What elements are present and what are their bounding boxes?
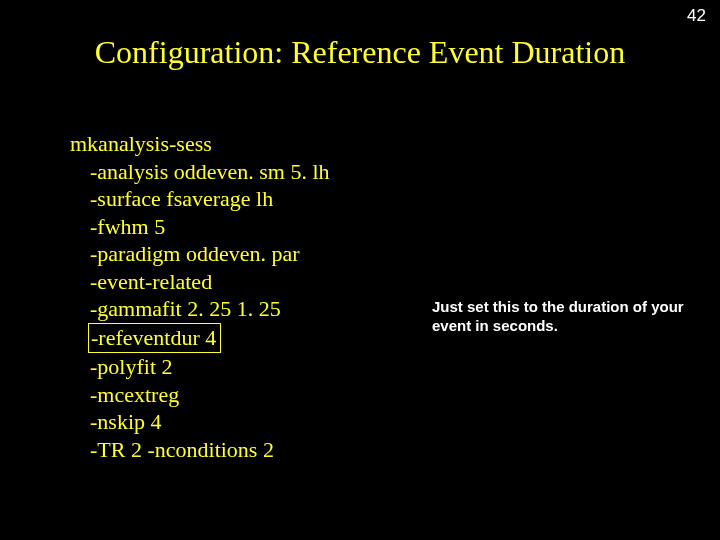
command-arg: -polyfit 2 [70, 353, 330, 381]
command-arg: -analysis oddeven. sm 5. lh [70, 158, 330, 186]
command-arg: -event-related [70, 268, 330, 296]
page-number: 42 [687, 6, 706, 26]
slide-title: Configuration: Reference Event Duration [0, 34, 720, 71]
command-arg: -TR 2 -nconditions 2 [70, 436, 330, 464]
highlighted-arg: -refeventdur 4 [88, 323, 221, 354]
command-arg: -gammafit 2. 25 1. 25 [70, 295, 330, 323]
command-arg: -surface fsaverage lh [70, 185, 330, 213]
annotation-note: Just set this to the duration of your ev… [432, 298, 692, 336]
command-arg: -mcextreg [70, 381, 330, 409]
command-arg: -paradigm oddeven. par [70, 240, 330, 268]
command-args: -analysis oddeven. sm 5. lh-surface fsav… [70, 158, 330, 464]
command-name: mkanalysis-sess [70, 130, 330, 158]
command-arg: -fwhm 5 [70, 213, 330, 241]
command-arg: -nskip 4 [70, 408, 330, 436]
command-block: mkanalysis-sess -analysis oddeven. sm 5.… [70, 130, 330, 463]
